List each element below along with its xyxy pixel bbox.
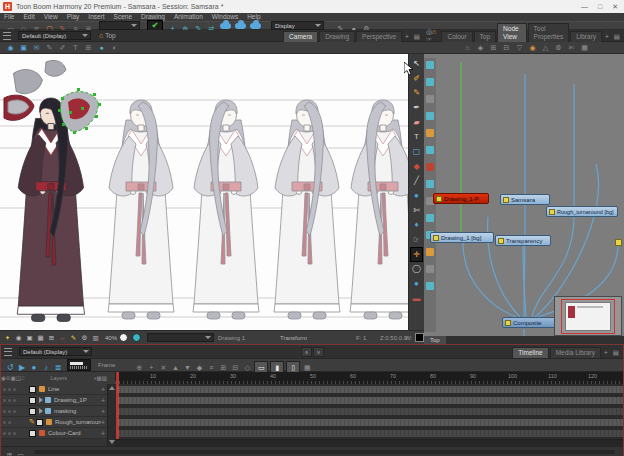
ruler-tick[interactable]: 110 [548, 373, 557, 379]
transform-tool[interactable]: ✛ [410, 247, 423, 262]
grid-toggle-icon[interactable]: ▦ [35, 333, 46, 343]
zoom-tool[interactable]: ◯ [410, 262, 423, 277]
disconnect-icon[interactable]: ✄ [565, 43, 578, 52]
view-menu-button[interactable]: ▤ [612, 32, 622, 42]
add-view-button[interactable]: + [403, 32, 411, 42]
panel-menu-icon[interactable] [3, 32, 11, 40]
tab-library[interactable]: Library [570, 31, 602, 42]
drawing-select[interactable] [147, 333, 214, 342]
layer-row-rough-turnaround[interactable]: ✎ Rough_turnaround+ [1, 417, 107, 428]
matte-view-icon[interactable]: ✉ [30, 43, 43, 52]
ruler-tick[interactable]: 50 [310, 373, 316, 379]
tab-timeline[interactable]: Timeline [512, 347, 548, 358]
node-port[interactable] [433, 235, 439, 241]
ruler-tick[interactable]: 20 [190, 373, 196, 379]
pencil-icon[interactable]: ✎ [43, 43, 56, 52]
field-grid-icon[interactable]: ⊞ [46, 333, 57, 343]
text-tool-icon[interactable]: T [69, 43, 82, 52]
paint-tool[interactable]: ◆ [410, 159, 423, 174]
sound-volume-widget[interactable] [67, 359, 91, 371]
maximize-button[interactable]: □ [598, 0, 602, 13]
playhead[interactable] [116, 372, 119, 439]
expand-arrow-icon[interactable] [39, 408, 43, 414]
node-strip-icon[interactable] [426, 163, 434, 171]
node-transparency[interactable]: Transparency [495, 235, 551, 246]
node-samsara[interactable]: Samsara [500, 194, 550, 205]
columns-icon[interactable]: ▥ [90, 333, 101, 343]
cloud-icon[interactable] [235, 23, 246, 29]
eraser-tool[interactable]: ▰ [410, 115, 423, 130]
display-node-icon[interactable]: ◉ [526, 43, 539, 52]
pen-tool[interactable]: ✒ [410, 100, 423, 115]
flash-icon[interactable]: ✦ [2, 333, 13, 343]
add-cell-button[interactable]: + [101, 408, 105, 415]
pencil-tool[interactable]: ✎ [410, 85, 423, 100]
cloud-icon[interactable] [250, 23, 261, 29]
tab-node-view[interactable]: Node View [497, 23, 526, 42]
centre-playhead-icon[interactable]: ▧ [102, 375, 107, 381]
add-cell-button[interactable]: + [101, 430, 105, 437]
layer-row-drawing-1p[interactable]: Drawing_1P+ [1, 395, 107, 406]
ruler-tick[interactable]: 60 [350, 373, 356, 379]
node-rough-turnaround[interactable]: Rough_turnaround [bg] [546, 206, 618, 217]
node-port[interactable] [503, 197, 509, 203]
tab-colour[interactable]: Colour [441, 31, 472, 42]
node-strip-icon[interactable] [426, 248, 434, 256]
paper-colour-dot[interactable] [132, 333, 141, 342]
ruler-tick[interactable]: 100 [508, 373, 517, 379]
hand-tool[interactable]: ☞ [410, 232, 423, 247]
add-view-button[interactable]: + [603, 32, 611, 42]
ink-tool[interactable]: ● [410, 276, 423, 291]
ruler-tick[interactable]: 90 [470, 373, 476, 379]
ruler-tick[interactable]: 10 [150, 373, 156, 379]
dropper-tool[interactable]: ♦ [410, 218, 423, 233]
tab-perspective[interactable]: Perspective [356, 31, 402, 42]
shape-tool[interactable]: ▢ [410, 144, 423, 159]
timeline-display-select[interactable]: Default (Display) [19, 347, 92, 356]
camera-display-select[interactable]: Default (Display) [18, 31, 91, 40]
zoom-fit-icon[interactable]: ⊞ [4, 451, 15, 456]
node-port[interactable] [436, 196, 442, 202]
tool-preset-select[interactable] [99, 21, 140, 30]
camera-mask-icon[interactable]: ◉ [13, 333, 24, 343]
node-drawing-1[interactable]: Drawing_1 [bg] [430, 232, 494, 243]
node-strip-icon[interactable] [426, 265, 434, 273]
layer-checkbox[interactable] [29, 386, 36, 393]
ruler-tick[interactable]: 30 [230, 373, 236, 379]
text-tool[interactable]: T [410, 129, 423, 144]
add-cell-button[interactable]: + [101, 397, 105, 404]
breadcrumb[interactable]: Top [424, 336, 446, 344]
tab-tool-properties[interactable]: Tool Properties [528, 23, 570, 42]
layer-row-colour-card[interactable]: Colour-Card+ [1, 428, 107, 439]
node-drawing-1-peg[interactable]: Drawing_1-P [433, 193, 489, 204]
nav-home-icon[interactable]: ⌂ [461, 43, 474, 52]
home-icon[interactable]: ⌂ [432, 28, 436, 35]
layer-checkbox[interactable] [29, 397, 36, 404]
panel-menu-icon[interactable] [4, 348, 12, 356]
node-strip-icon[interactable] [426, 129, 434, 137]
ruler-tick[interactable]: 70 [390, 373, 396, 379]
node-strip-icon[interactable] [426, 112, 434, 120]
ruler-tick[interactable]: 40 [270, 373, 276, 379]
move-up-icon[interactable]: △ [539, 43, 552, 52]
node-strip-icon[interactable] [426, 61, 434, 69]
node-properties-icon[interactable]: ⚙ [552, 43, 565, 52]
layer-checkbox[interactable] [36, 419, 43, 426]
light-table-icon[interactable]: ◐ [108, 43, 121, 52]
zoom-slider-icon[interactable]: ▭ [15, 451, 26, 456]
node-strip-icon[interactable] [426, 214, 434, 222]
node-port[interactable] [498, 238, 504, 244]
annotate-icon[interactable]: ✎ [68, 333, 79, 343]
camera-canvas[interactable] [0, 54, 408, 330]
ruler-tick[interactable]: 80 [430, 373, 436, 379]
backdrop-icon[interactable]: ▦ [578, 43, 591, 52]
gear-icon[interactable]: ⚙ [79, 333, 90, 343]
tab-camera[interactable]: Camera [283, 31, 318, 42]
navigator-view-rect[interactable] [561, 299, 615, 334]
close-button[interactable]: ✕ [612, 0, 618, 13]
enter-group-icon[interactable]: ◈ [474, 43, 487, 52]
track-colour-card[interactable] [115, 428, 623, 440]
node-strip-icon[interactable] [426, 282, 434, 290]
brush-icon[interactable]: ✐ [56, 43, 69, 52]
resize-icon[interactable]: ↔ [57, 332, 68, 342]
